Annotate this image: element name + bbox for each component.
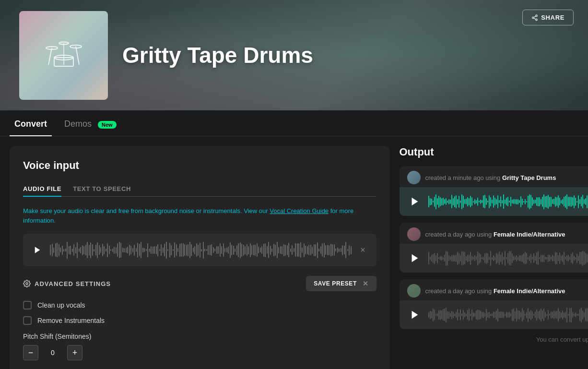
sub-tabs: AUDIO FILE TEXT TO SPEECH bbox=[23, 181, 376, 197]
sub-tab-tts[interactable]: TEXT TO SPEECH bbox=[73, 181, 131, 196]
share-button[interactable]: SHARE bbox=[522, 10, 574, 25]
waveform-bars bbox=[50, 240, 352, 260]
pitch-increase-button[interactable]: + bbox=[67, 345, 82, 360]
svg-point-8 bbox=[536, 15, 538, 17]
play-button[interactable] bbox=[31, 243, 44, 257]
save-preset-button[interactable]: SAVE PRESET ✕ bbox=[306, 276, 376, 291]
output-play-button-3[interactable] bbox=[407, 307, 423, 322]
output-play-button-2[interactable] bbox=[407, 250, 423, 266]
output-meta-text-2: created a day ago using Female Indie/Alt… bbox=[425, 231, 588, 238]
output-item-3: created a day ago using Female Indie/Alt… bbox=[400, 279, 588, 329]
svg-line-4 bbox=[76, 47, 79, 65]
page-header: Gritty Tape Drums SHARE bbox=[0, 0, 588, 110]
info-text: Make sure your audio is clear and free f… bbox=[23, 206, 376, 225]
sub-tab-audio-file[interactable]: AUDIO FILE bbox=[23, 181, 61, 196]
output-player-3 bbox=[400, 300, 588, 329]
pitch-decrease-button[interactable]: − bbox=[23, 345, 38, 360]
output-meta-1: created a minute ago using Gritty Tape D… bbox=[400, 166, 588, 187]
svg-marker-13 bbox=[35, 247, 40, 253]
footer-note: You can convert up to 5 files at one tim… bbox=[400, 336, 588, 343]
avatar-1 bbox=[407, 171, 421, 184]
share-icon bbox=[531, 14, 538, 21]
output-meta-3: created a day ago using Female Indie/Alt… bbox=[400, 279, 588, 300]
output-player-2 bbox=[400, 244, 588, 273]
output-waveform-2 bbox=[428, 250, 588, 267]
pitch-value: 0 bbox=[43, 349, 62, 357]
vocal-guide-link[interactable]: Vocal Creation Guide bbox=[270, 207, 329, 214]
output-play-button-1[interactable] bbox=[407, 194, 423, 209]
clean-vocals-label: Clean up vocals bbox=[37, 301, 85, 309]
settings-icon bbox=[23, 280, 31, 287]
remove-instrumentals-checkbox[interactable] bbox=[23, 316, 32, 325]
svg-point-14 bbox=[26, 283, 28, 285]
output-meta-2: created a day ago using Female Indie/Alt… bbox=[400, 223, 588, 244]
output-meta-text-3: created a day ago using Female Indie/Alt… bbox=[425, 287, 588, 295]
svg-marker-25 bbox=[412, 311, 418, 319]
close-preset-icon[interactable]: ✕ bbox=[363, 280, 369, 287]
new-badge: New bbox=[98, 121, 117, 129]
advanced-settings-label: ADVANCED SETTINGS bbox=[23, 280, 111, 287]
output-panel: Output created a minute ago using Gritty… bbox=[400, 146, 588, 369]
svg-marker-20 bbox=[412, 254, 418, 262]
advanced-settings-bar: ADVANCED SETTINGS SAVE PRESET ✕ bbox=[23, 276, 376, 291]
output-waveform-1 bbox=[428, 193, 588, 210]
svg-point-9 bbox=[532, 17, 534, 19]
avatar-3 bbox=[407, 284, 421, 298]
pitch-shift-label: Pitch Shift (Semitones) bbox=[23, 333, 376, 340]
svg-marker-15 bbox=[412, 198, 418, 206]
output-meta-text-1: created a minute ago using Gritty Tape D… bbox=[425, 174, 588, 181]
pitch-controls: − 0 + bbox=[23, 345, 376, 360]
svg-point-10 bbox=[536, 19, 538, 21]
page-title: Gritty Tape Drums bbox=[122, 42, 569, 68]
clean-vocals-checkbox[interactable] bbox=[23, 301, 32, 309]
clean-vocals-row: Clean up vocals bbox=[23, 301, 376, 309]
output-item-1: created a minute ago using Gritty Tape D… bbox=[400, 166, 588, 216]
remove-audio-button[interactable]: × bbox=[357, 244, 369, 256]
svg-line-2 bbox=[48, 48, 52, 65]
svg-line-11 bbox=[534, 18, 536, 19]
tab-demos[interactable]: Demos New bbox=[59, 110, 121, 136]
voice-input-panel: Voice input AUDIO FILE TEXT TO SPEECH Ma… bbox=[10, 146, 390, 369]
pitch-shift-section: Pitch Shift (Semitones) − 0 + bbox=[23, 333, 376, 360]
tabs-bar: Convert Demos New bbox=[0, 110, 588, 136]
tab-convert[interactable]: Convert bbox=[10, 110, 52, 136]
remove-instrumentals-label: Remove Instrumentals bbox=[37, 317, 105, 324]
output-item-2: created a day ago using Female Indie/Alt… bbox=[400, 223, 588, 273]
album-art bbox=[19, 11, 108, 100]
output-player-1 bbox=[400, 187, 588, 216]
avatar-2 bbox=[407, 227, 421, 241]
waveform-player: × bbox=[23, 234, 376, 266]
header-title-area: Gritty Tape Drums bbox=[122, 42, 569, 68]
remove-instrumentals-row: Remove Instrumentals bbox=[23, 316, 376, 325]
voice-input-title: Voice input bbox=[23, 159, 376, 172]
main-content: Voice input AUDIO FILE TEXT TO SPEECH Ma… bbox=[0, 136, 588, 369]
output-waveform-3 bbox=[428, 306, 588, 323]
svg-line-12 bbox=[534, 16, 536, 17]
output-title: Output bbox=[400, 146, 588, 158]
